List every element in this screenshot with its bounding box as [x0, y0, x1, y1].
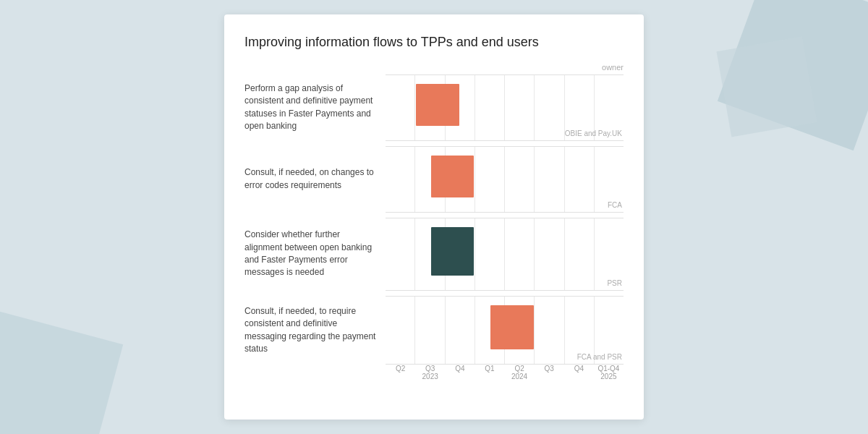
q-label-q1q4-2025: Q1-Q4 2025	[594, 365, 624, 380]
row3-label: Consider whether further alignment betwe…	[244, 218, 386, 290]
quarters-axis: Q2 Q3 2023 Q4 Q1	[386, 365, 624, 380]
separator-1	[244, 140, 624, 146]
row4-chart: FCA and PSR	[386, 296, 624, 365]
card-title: Improving information flows to TPPs and …	[244, 35, 624, 50]
row4-owner: FCA and PSR	[577, 353, 622, 361]
owner-label-row: owner	[244, 63, 624, 75]
row3-owner: PSR	[607, 279, 622, 287]
row2-label: Consult, if needed, on changes to error …	[244, 146, 386, 212]
owner-column-label: owner	[386, 63, 624, 75]
q-label-q2-2024: Q2 2024	[505, 365, 535, 380]
row2-owner: FCA	[608, 201, 622, 209]
q-label-q2-2023: Q2	[386, 365, 415, 380]
q-label-q3-2023: Q3 2023	[415, 365, 445, 380]
main-card: Improving information flows to TPPs and …	[224, 14, 644, 420]
row1-label: Perform a gap analysis of consistent and…	[244, 75, 386, 140]
chart-row-2: Consult, if needed, on changes to error …	[244, 146, 624, 212]
chart-container: owner Perform a gap analysis of consiste…	[244, 63, 624, 380]
q-label-q4-2023: Q4	[445, 365, 475, 380]
separator-3	[244, 290, 624, 296]
axis-row: Q2 Q3 2023 Q4 Q1	[244, 365, 624, 380]
row1-owner: OBIE and Pay.UK	[565, 129, 622, 137]
q-label-q4-2024: Q4	[564, 365, 594, 380]
q-label-q1-2024: Q1	[475, 365, 504, 380]
row3-bar	[431, 227, 475, 276]
chart-row-4: Consult, if needed, to require consisten…	[244, 296, 624, 365]
q-label-q3-2024: Q3	[535, 365, 564, 380]
chart-row-1: Perform a gap analysis of consistent and…	[244, 75, 624, 140]
chart-row-3: Consider whether further alignment betwe…	[244, 218, 624, 290]
row4-bar	[490, 305, 534, 349]
row1-bar	[416, 84, 459, 126]
row4-label: Consult, if needed, to require consisten…	[244, 296, 386, 365]
row2-chart: FCA	[386, 146, 624, 212]
row3-chart: PSR	[386, 218, 624, 290]
row2-bar	[431, 156, 475, 197]
row1-chart: OBIE and Pay.UK	[386, 75, 624, 140]
separator-2	[244, 212, 624, 218]
